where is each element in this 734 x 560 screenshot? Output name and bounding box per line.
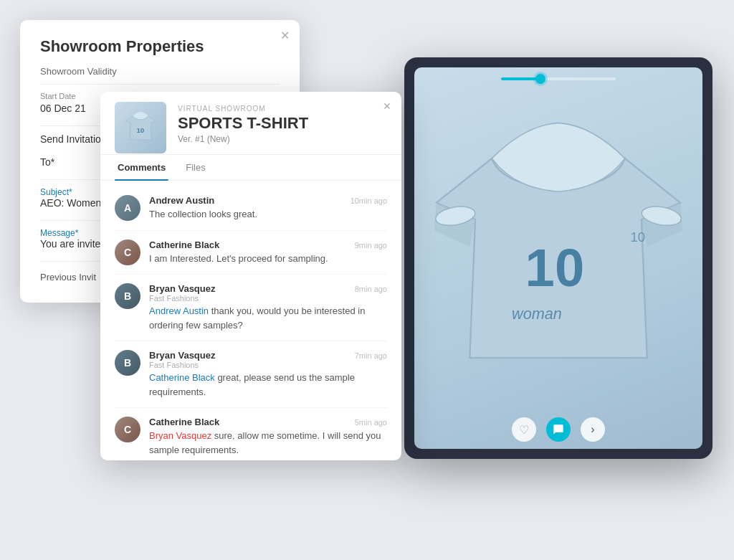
commenter-name: Andrew Austin bbox=[149, 195, 214, 206]
comment-time: 9min ago bbox=[355, 241, 387, 250]
arrow-button[interactable]: › bbox=[581, 417, 605, 442]
svg-text:10: 10 bbox=[136, 126, 144, 134]
comment-item: B Bryan Vasquez Fast Fashions 8min ago A… bbox=[115, 275, 387, 341]
mention: Andrew Austin bbox=[149, 305, 209, 316]
close-showroom-props-button[interactable]: ✕ bbox=[280, 29, 290, 42]
comment-item: B Bryan Vasquez Fast Fashions 7min ago C… bbox=[115, 341, 387, 408]
tabs-bar: Comments Files bbox=[100, 155, 401, 181]
avatar: B bbox=[115, 283, 140, 309]
device-slider[interactable] bbox=[501, 77, 616, 80]
comment-body: Andrew Austin 10min ago The collection l… bbox=[149, 195, 387, 222]
comment-time: 7min ago bbox=[355, 351, 387, 360]
panel-header: 10 VIRTUAL SHOWROOM SPORTS T-SHIRT Ver. … bbox=[100, 92, 401, 155]
comment-item: C Catherine Black 5min ago Bryan Vasquez… bbox=[115, 408, 387, 460]
close-comments-panel-button[interactable]: ✕ bbox=[383, 100, 391, 112]
comment-text: I am Interested. Let's proceed for sampl… bbox=[149, 252, 387, 266]
comment-text: Andrew Austin thank you, would you be in… bbox=[149, 304, 387, 332]
comment-meta: Bryan Vasquez Fast Fashions 7min ago bbox=[149, 350, 387, 369]
comment-meta: Andrew Austin 10min ago bbox=[149, 195, 387, 206]
showroom-props-title: Showroom Properties bbox=[40, 37, 280, 56]
comment-meta: Catherine Black 9min ago bbox=[149, 239, 387, 250]
svg-text:10: 10 bbox=[525, 238, 585, 298]
slider-thumb bbox=[535, 74, 545, 84]
comments-list: A Andrew Austin 10min ago The collection… bbox=[100, 181, 401, 460]
device-frame: 10 woman 10 ♡ › bbox=[404, 57, 712, 459]
mention: Catherine Black bbox=[149, 372, 215, 383]
commenter-name: Bryan Vasquez bbox=[149, 283, 216, 294]
svg-text:10: 10 bbox=[631, 229, 646, 245]
comment-body: Bryan Vasquez Fast Fashions 7min ago Cat… bbox=[149, 350, 387, 399]
tab-files[interactable]: Files bbox=[183, 155, 208, 180]
commenter-sub: Fast Fashions bbox=[149, 361, 216, 369]
tshirt-image: 10 woman 10 bbox=[414, 67, 702, 449]
comment-item: C Catherine Black 9min ago I am Interest… bbox=[115, 231, 387, 275]
commenter-name: Catherine Black bbox=[149, 239, 219, 250]
product-name: SPORTS T-SHIRT bbox=[178, 114, 387, 133]
vs-label: VIRTUAL SHOWROOM bbox=[178, 105, 387, 113]
comment-meta: Bryan Vasquez Fast Fashions 8min ago bbox=[149, 283, 387, 303]
avatar: B bbox=[115, 350, 140, 376]
comment-time: 10min ago bbox=[351, 196, 387, 205]
avatar: A bbox=[115, 195, 140, 221]
comment-body: Catherine Black 9min ago I am Interested… bbox=[149, 239, 387, 266]
divider bbox=[40, 84, 280, 85]
comment-text: Bryan Vasquez sure, allow me sometime. I… bbox=[149, 429, 387, 457]
avatar: C bbox=[115, 417, 140, 442]
product-thumbnail: 10 bbox=[115, 102, 166, 153]
svg-text:woman: woman bbox=[512, 305, 562, 323]
comment-body: Bryan Vasquez Fast Fashions 8min ago And… bbox=[149, 283, 387, 332]
comment-time: 5min ago bbox=[355, 418, 387, 427]
avatar: C bbox=[115, 239, 140, 265]
comment-item: A Andrew Austin 10min ago The collection… bbox=[115, 186, 387, 231]
comment-text: Catherine Black great, please send us th… bbox=[149, 371, 387, 399]
commenter-sub: Fast Fashions bbox=[149, 294, 216, 303]
comment-body: Catherine Black 5min ago Bryan Vasquez s… bbox=[149, 417, 387, 457]
chat-button[interactable] bbox=[546, 417, 571, 442]
device-bottom-bar: ♡ › bbox=[512, 417, 605, 442]
comments-panel: 10 VIRTUAL SHOWROOM SPORTS T-SHIRT Ver. … bbox=[100, 92, 401, 460]
heart-button[interactable]: ♡ bbox=[512, 417, 536, 442]
commenter-name: Catherine Black bbox=[149, 417, 219, 427]
commenter-name: Bryan Vasquez bbox=[149, 350, 216, 361]
mention: Bryan Vasquez bbox=[149, 430, 211, 441]
tab-comments[interactable]: Comments bbox=[115, 155, 168, 180]
comment-time: 8min ago bbox=[355, 285, 387, 293]
product-info: VIRTUAL SHOWROOM SPORTS T-SHIRT Ver. #1 … bbox=[178, 105, 387, 144]
product-version: Ver. #1 (New) bbox=[178, 134, 387, 144]
device-screen: 10 woman 10 ♡ › bbox=[414, 67, 702, 449]
comment-text: The collection looks great. bbox=[149, 207, 387, 222]
validity-label: Showroom Validity bbox=[40, 66, 280, 77]
comment-meta: Catherine Black 5min ago bbox=[149, 417, 387, 427]
